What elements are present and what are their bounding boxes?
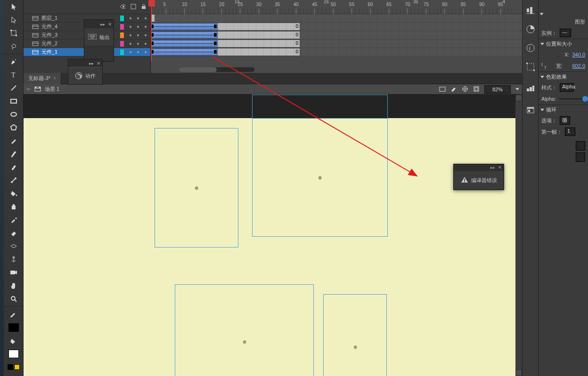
anchor-tool[interactable] — [4, 253, 24, 266]
x-value[interactable]: 340.0 — [572, 52, 585, 57]
paint-bucket-tool[interactable] — [4, 187, 24, 200]
alpha-slider[interactable] — [559, 98, 585, 100]
free-transform-tool[interactable] — [4, 26, 24, 40]
frame-span[interactable] — [218, 23, 300, 30]
errors-panel-header[interactable]: ▸▸✕ — [454, 164, 504, 171]
frame-span[interactable] — [218, 32, 300, 39]
center-stage-icon[interactable] — [462, 86, 468, 93]
layer-color-swatch[interactable] — [120, 16, 124, 21]
width-tool[interactable] — [4, 240, 24, 253]
collapse-icon[interactable]: ▸▸ — [100, 22, 105, 27]
polystar-tool[interactable] — [4, 121, 24, 134]
symbol-instance[interactable]: ⊕ — [155, 128, 238, 248]
section-color-effect[interactable]: 色彩效果 — [539, 72, 588, 82]
oval-tool[interactable] — [4, 108, 24, 121]
close-icon[interactable]: ✕ — [97, 61, 100, 66]
timeline-ruler[interactable]: 15101520253035404550556065707580859095 1… — [151, 0, 522, 14]
symbol-instance[interactable]: ⊕ — [252, 118, 388, 237]
instance-value[interactable]: --- — [560, 29, 571, 37]
layer-color-swatch[interactable] — [120, 49, 124, 55]
empty-keyframe[interactable] — [296, 24, 298, 28]
w-value[interactable]: 602.0 — [572, 63, 585, 69]
fill-color-indicator[interactable] — [4, 334, 24, 347]
close-icon[interactable]: ✕ — [498, 165, 502, 170]
track-row[interactable] — [151, 31, 522, 40]
options-row[interactable] — [4, 374, 24, 376]
hand-tool[interactable] — [4, 279, 24, 292]
lasso-tool[interactable] — [4, 40, 24, 53]
zoom-value[interactable]: 82% — [484, 85, 511, 94]
camera-tool[interactable] — [4, 266, 24, 279]
text-tool[interactable]: T — [4, 68, 24, 81]
outline-column-icon[interactable] — [131, 3, 136, 10]
edit-symbol-icon[interactable] — [450, 86, 457, 93]
empty-keyframe[interactable] — [296, 41, 298, 45]
layer-toggle-dots[interactable] — [130, 51, 147, 53]
collapse-icon[interactable]: ▸▸ — [89, 61, 94, 66]
layer-color-swatch[interactable] — [120, 32, 124, 38]
track-row[interactable] — [151, 23, 522, 31]
keyframe[interactable] — [214, 24, 217, 28]
pencil-tool[interactable] — [4, 134, 24, 147]
section-loop[interactable]: 循环 — [539, 104, 588, 115]
timeline-scroll-thumb[interactable] — [179, 67, 217, 72]
fill-swatch[interactable] — [4, 347, 24, 360]
symbol-instance[interactable]: ⊕ — [175, 284, 314, 376]
vertical-scrollbar[interactable] — [515, 95, 522, 376]
line-tool[interactable] — [4, 81, 24, 95]
swap-colors[interactable] — [4, 360, 24, 374]
style-value[interactable]: Alpha — [560, 83, 574, 92]
empty-keyframe[interactable] — [296, 50, 298, 53]
stroke-color-indicator[interactable] — [4, 308, 24, 321]
loop-option-value[interactable]: 循 — [560, 116, 570, 125]
scroll-down-button[interactable] — [515, 369, 522, 376]
layer-toggle-dots[interactable] — [130, 17, 147, 19]
lock-column-icon[interactable] — [141, 3, 147, 10]
close-icon[interactable]: × — [53, 76, 56, 81]
rectangle-tool[interactable] — [4, 95, 24, 108]
motion-tween-span[interactable] — [151, 48, 218, 56]
actions-panel-header[interactable]: ▸▸✕ — [68, 59, 102, 67]
loop-button-1[interactable] — [576, 141, 585, 151]
keyframe[interactable] — [214, 41, 217, 45]
edit-scene-icon[interactable] — [439, 86, 446, 93]
subselection-tool[interactable] — [4, 13, 24, 26]
swatches-panel-icon[interactable] — [522, 80, 539, 97]
frame-span[interactable] — [218, 48, 300, 56]
eyedropper-tool[interactable] — [4, 213, 24, 226]
zoom-tool[interactable] — [4, 292, 24, 305]
scroll-up-button[interactable] — [515, 95, 522, 101]
clip-stage-icon[interactable] — [473, 86, 480, 93]
align-panel-icon[interactable] — [522, 2, 539, 19]
selection-tool[interactable] — [4, 0, 24, 13]
info-panel-icon[interactable]: i — [522, 40, 539, 56]
frame-span[interactable] — [218, 40, 300, 47]
library-panel-icon[interactable] — [522, 102, 539, 119]
collapse-icon[interactable]: ▸▸ — [490, 165, 495, 170]
close-icon[interactable]: ✕ — [108, 22, 112, 27]
motion-tween-span[interactable] — [151, 40, 218, 47]
panel-menu-icon[interactable] — [540, 13, 544, 16]
first-frame-value[interactable]: 1 — [565, 128, 575, 136]
visibility-column-icon[interactable] — [120, 3, 126, 10]
output-panel-header[interactable]: ▸▸✕ — [84, 20, 114, 28]
layer-toggle-dots[interactable] — [130, 26, 147, 28]
timeline-scrollbar[interactable] — [179, 67, 254, 72]
zoom-dropdown-icon[interactable] — [515, 88, 519, 90]
layer-color-swatch[interactable] — [120, 24, 124, 30]
brush-tool[interactable] — [4, 147, 24, 160]
ink-bottle-tool[interactable] — [4, 200, 24, 213]
motion-tween-span[interactable] — [151, 32, 218, 39]
paint-brush-tool[interactable] — [4, 160, 24, 174]
motion-tween-span[interactable] — [151, 23, 218, 30]
keyframe[interactable] — [214, 33, 217, 37]
stroke-swatch[interactable] — [4, 321, 24, 334]
link-wh-icon[interactable] — [541, 62, 546, 70]
layer-toggle-dots[interactable] — [130, 43, 147, 45]
playhead[interactable] — [151, 0, 152, 61]
stage-canvas[interactable]: ⊕⊕⊕⊕ — [24, 118, 515, 376]
keyframe[interactable] — [214, 50, 217, 54]
section-position-size[interactable]: 位置和大小 — [539, 39, 588, 49]
track-row[interactable] — [151, 48, 522, 56]
symbol-instance[interactable]: ⊕ — [323, 294, 387, 376]
